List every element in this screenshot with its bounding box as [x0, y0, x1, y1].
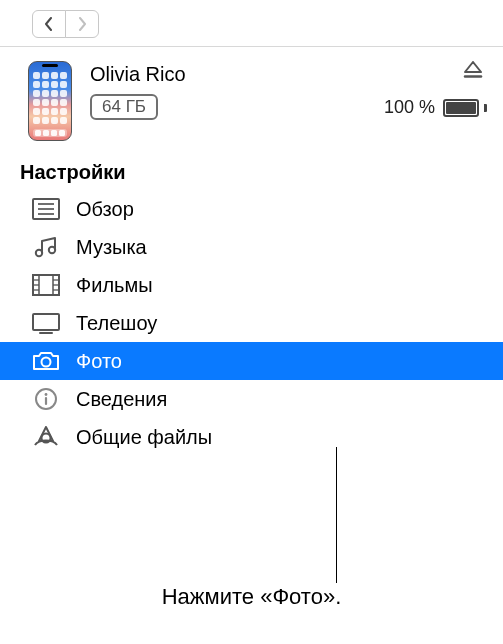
- sidebar-item-label: Фото: [76, 350, 122, 373]
- sidebar-item-photos[interactable]: Фото: [0, 342, 503, 380]
- summary-icon: [30, 197, 62, 221]
- device-thumbnail: [28, 61, 72, 141]
- music-icon: [30, 235, 62, 259]
- battery-icon: [443, 99, 483, 117]
- camera-icon: [30, 349, 62, 373]
- sidebar-item-label: Общие файлы: [76, 426, 212, 449]
- callout-text: Нажмите «Фото».: [0, 584, 503, 610]
- battery-status: 100 %: [384, 97, 483, 118]
- info-icon: [30, 387, 62, 411]
- callout-leader-line: [336, 447, 337, 583]
- toolbar: [0, 0, 503, 46]
- sidebar-item-label: Обзор: [76, 198, 134, 221]
- sidebar-item-summary[interactable]: Обзор: [0, 190, 503, 228]
- tv-icon: [30, 311, 62, 335]
- section-title: Настройки: [0, 157, 503, 190]
- svg-point-5: [36, 250, 42, 256]
- apps-icon: [30, 425, 62, 449]
- sidebar-item-tvshows[interactable]: Телешоу: [0, 304, 503, 342]
- capacity-badge: 64 ГБ: [90, 94, 158, 120]
- movies-icon: [30, 273, 62, 297]
- sidebar-item-label: Сведения: [76, 388, 167, 411]
- sidebar-item-info[interactable]: Сведения: [0, 380, 503, 418]
- settings-menu: Обзор Музыка Фильмы: [0, 190, 503, 456]
- device-name: Olivia Rico: [90, 63, 366, 86]
- sidebar-item-label: Фильмы: [76, 274, 153, 297]
- sidebar-item-label: Музыка: [76, 236, 147, 259]
- sidebar-item-music[interactable]: Музыка: [0, 228, 503, 266]
- nav-forward-button[interactable]: [65, 10, 99, 38]
- eject-icon[interactable]: [463, 61, 483, 83]
- sidebar-item-files[interactable]: Общие файлы: [0, 418, 503, 456]
- device-header: Olivia Rico 64 ГБ 100 %: [0, 47, 503, 157]
- battery-percent-label: 100 %: [384, 97, 435, 118]
- svg-point-6: [49, 247, 55, 253]
- svg-point-20: [45, 393, 48, 396]
- sidebar-item-movies[interactable]: Фильмы: [0, 266, 503, 304]
- nav-back-button[interactable]: [32, 10, 66, 38]
- svg-point-18: [42, 358, 51, 367]
- sidebar-item-label: Телешоу: [76, 312, 157, 335]
- svg-rect-16: [33, 314, 59, 330]
- device-info: Olivia Rico 64 ГБ: [90, 61, 366, 120]
